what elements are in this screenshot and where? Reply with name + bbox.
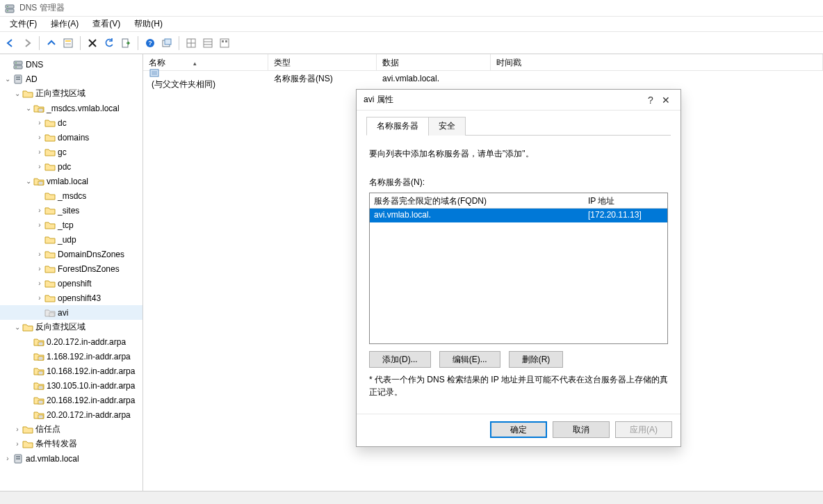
tree-zone-r5[interactable]: 20.20.172.in-addr.arpa	[0, 407, 142, 422]
ok-button[interactable]: 确定	[490, 421, 547, 438]
dialog-close-button[interactable]: ✕	[658, 92, 674, 108]
tree-zone-msdcs[interactable]: ⌄_msdcs.vmlab.local	[0, 101, 142, 115]
tree-folder-forestdns[interactable]: ›ForestDnsZones	[0, 261, 142, 276]
folder-icon	[44, 249, 56, 260]
tree-folder-tcp[interactable]: ›_tcp	[0, 218, 142, 232]
tree-folder-domaindns[interactable]: ›DomainDnsZones	[0, 247, 142, 261]
folder-icon	[44, 278, 56, 289]
view-layout1-button[interactable]	[184, 35, 199, 51]
col-header-data[interactable]: 数据	[377, 54, 491, 70]
ns-cell-fqdn: avi.vmlab.local.	[370, 209, 584, 222]
tree-zone-r4[interactable]: 20.168.192.in-addr.arpa	[0, 393, 142, 407]
ns-col-ip[interactable]: IP 地址	[584, 193, 667, 208]
zone-icon	[33, 336, 44, 348]
tree-folder-gc[interactable]: ›gc	[0, 145, 142, 159]
window-title: DNS 管理器	[19, 2, 65, 14]
menu-view[interactable]: 查看(V)	[85, 17, 127, 31]
zone-icon	[33, 366, 44, 377]
back-button[interactable]	[3, 35, 18, 51]
folder-icon	[44, 190, 56, 202]
ns-col-fqdn[interactable]: 服务器完全限定的域名(FQDN)	[370, 193, 584, 208]
list-row[interactable]: (与父文件夹相同) 名称服务器(NS) avi.vmlab.local.	[143, 71, 823, 86]
name-servers-list[interactable]: 服务器完全限定的域名(FQDN) IP 地址 avi.vmlab.local. …	[369, 193, 668, 344]
dns-app-icon	[4, 3, 15, 14]
toolbar-separator	[39, 36, 40, 50]
menu-help[interactable]: 帮助(H)	[127, 17, 170, 31]
cell-type: 名称服务器(NS)	[268, 73, 377, 85]
tree-forward-zones[interactable]: ⌄正向查找区域	[0, 86, 142, 101]
tree-server-ad[interactable]: ⌄AD	[0, 72, 142, 86]
status-bar	[0, 491, 823, 504]
tree-zone-r1[interactable]: 1.168.192.in-addr.arpa	[0, 349, 142, 364]
properties-button[interactable]	[60, 35, 76, 51]
col-header-timestamp[interactable]: 时间戳	[491, 54, 823, 70]
new-window-button[interactable]	[159, 35, 174, 51]
tree-folder-dc[interactable]: ›dc	[0, 115, 142, 130]
zone-icon	[33, 103, 44, 114]
tree-folder-udp[interactable]: _udp	[0, 232, 142, 247]
ns-row[interactable]: avi.vmlab.local. [172.20.11.13]	[370, 209, 667, 222]
tree-conditional-forwarders[interactable]: ›条件转发器	[0, 437, 142, 451]
dialog-titlebar[interactable]: avi 属性 ? ✕	[357, 90, 681, 111]
tree-folder-pdc[interactable]: ›pdc	[0, 159, 142, 174]
tree-zone-r3[interactable]: 130.105.10.in-addr.arpa	[0, 378, 142, 393]
properties-dialog: avi 属性 ? ✕ 名称服务器 安全 要向列表中添加名称服务器，请单击"添加"…	[356, 89, 681, 447]
menu-action[interactable]: 操作(A)	[44, 17, 85, 31]
zone-icon	[33, 409, 44, 421]
cell-name: (与父文件夹相同)	[152, 79, 215, 89]
help-button[interactable]	[142, 35, 158, 51]
dns-icon	[13, 59, 24, 70]
ns-list-header[interactable]: 服务器完全限定的域名(FQDN) IP 地址	[370, 193, 667, 209]
title-bar: DNS 管理器	[0, 0, 823, 17]
dialog-footer: 确定 取消 应用(A)	[357, 414, 681, 446]
tab-security[interactable]: 安全	[428, 117, 466, 136]
col-header-type[interactable]: 类型	[268, 54, 377, 70]
folder-icon	[44, 132, 56, 143]
delete-button[interactable]	[85, 35, 100, 51]
dialog-note-text: * 代表一个作为 DNS 检索结果的 IP 地址并且可能不代表在这台服务器上存储…	[369, 373, 668, 398]
up-button[interactable]	[44, 35, 59, 51]
zone-icon	[33, 380, 44, 391]
tree-server-advmlab[interactable]: ›ad.vmlab.local	[0, 451, 142, 466]
tree-folder-openshift[interactable]: ›openshift	[0, 276, 142, 291]
delete-button[interactable]: 删除(R)	[509, 351, 564, 368]
record-icon	[149, 67, 263, 79]
cancel-button[interactable]: 取消	[553, 421, 610, 438]
cell-data: avi.vmlab.local.	[377, 74, 491, 83]
folder-icon	[22, 424, 33, 435]
refresh-button[interactable]	[101, 35, 117, 51]
forward-button[interactable]	[19, 35, 35, 51]
toolbar	[0, 32, 823, 54]
tree-zone-r2[interactable]: 10.168.192.in-addr.arpa	[0, 364, 142, 378]
tree-reverse-zones[interactable]: ⌄反向查找区域	[0, 320, 142, 334]
tree-trust-points[interactable]: ›信任点	[0, 422, 142, 437]
menu-file[interactable]: 文件(F)	[3, 17, 44, 31]
tree-folder-domains[interactable]: ›domains	[0, 130, 142, 145]
tree-folder-msdcs2[interactable]: _msdcs	[0, 188, 142, 203]
zone-grey-icon	[44, 307, 56, 318]
folder-icon	[44, 220, 56, 231]
tree-pane[interactable]: DNS ⌄AD ⌄正向查找区域 ⌄_msdcs.vmlab.local ›dc …	[0, 54, 143, 491]
view-layout3-button[interactable]	[217, 35, 232, 51]
view-layout2-button[interactable]	[200, 35, 215, 51]
tab-name-servers[interactable]: 名称服务器	[366, 117, 429, 136]
dialog-hint-text: 要向列表中添加名称服务器，请单击"添加"。	[369, 148, 668, 160]
apply-button[interactable]: 应用(A)	[615, 421, 672, 438]
tree-folder-openshift43[interactable]: ›openshift43	[0, 291, 142, 305]
add-button[interactable]: 添加(D)...	[369, 351, 431, 368]
folder-icon	[22, 439, 33, 450]
tree-zone-vmlab[interactable]: ⌄vmlab.local	[0, 174, 142, 188]
tree-zone-avi[interactable]: avi	[0, 305, 142, 320]
tree-root-dns[interactable]: DNS	[0, 57, 142, 72]
folder-icon	[44, 117, 56, 129]
toolbar-separator	[138, 36, 138, 50]
name-servers-label: 名称服务器(N):	[369, 177, 668, 188]
edit-button[interactable]: 编辑(E)...	[439, 351, 500, 368]
dialog-tabs: 名称服务器 安全	[366, 116, 671, 136]
tree-folder-sites[interactable]: ›_sites	[0, 203, 142, 218]
folder-icon	[22, 88, 33, 99]
tree-zone-r0[interactable]: 0.20.172.in-addr.arpa	[0, 334, 142, 349]
export-button[interactable]	[118, 35, 133, 51]
dialog-help-button[interactable]: ?	[643, 92, 658, 108]
server-icon	[13, 74, 24, 85]
